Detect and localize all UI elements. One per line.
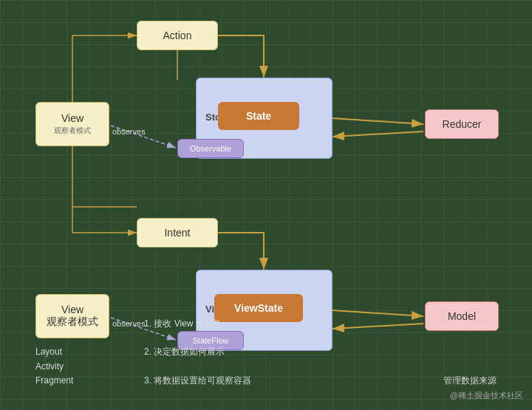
observes-label-bottom: observes (112, 319, 146, 328)
state-box: State (218, 102, 299, 130)
step3: 3. 将数据设置给可观察容器 (144, 375, 251, 386)
step2: 2. 决定数据如何展示 (144, 346, 225, 357)
action-label: Action (163, 30, 192, 41)
view-bottom-label: View (61, 304, 83, 315)
view-bottom-box: View 观察者模式 (35, 294, 109, 338)
view-top-label: View (61, 112, 83, 124)
svg-line-4 (332, 118, 423, 124)
observes-label-top: observes (112, 127, 146, 136)
svg-line-5 (332, 131, 423, 137)
view-bottom-sub: 观察者模式 (47, 315, 98, 329)
steps-label: 1. 接收 View 的指令 2. 决定数据如何展示 3. 将数据设置给可观察容… (144, 303, 251, 388)
reducer-box: Reducer (425, 109, 499, 139)
svg-line-8 (332, 310, 423, 316)
diagram-container: Action View 观察者模式 observes Store State O… (0, 0, 532, 410)
model-box: Model (425, 301, 499, 331)
intent-box: Intent (137, 218, 218, 247)
watermark: @稀土掘金技术社区 (450, 390, 523, 401)
view-top-box: View 观察者模式 (35, 102, 109, 146)
manage-label: 管理数据来源 (443, 374, 497, 388)
observable-label: Observable (190, 144, 231, 153)
svg-line-9 (332, 324, 423, 329)
observable-box: Observable (177, 139, 244, 158)
state-label: State (246, 110, 271, 122)
model-label: Model (448, 310, 476, 322)
view-top-sub: 观察者模式 (54, 126, 91, 136)
reducer-label: Reducer (443, 118, 482, 130)
step1: 1. 接收 View 的指令 (144, 318, 222, 329)
layout-label: Layout Activity Fragment (35, 345, 73, 388)
intent-label: Intent (164, 227, 190, 239)
action-box: Action (137, 21, 218, 50)
